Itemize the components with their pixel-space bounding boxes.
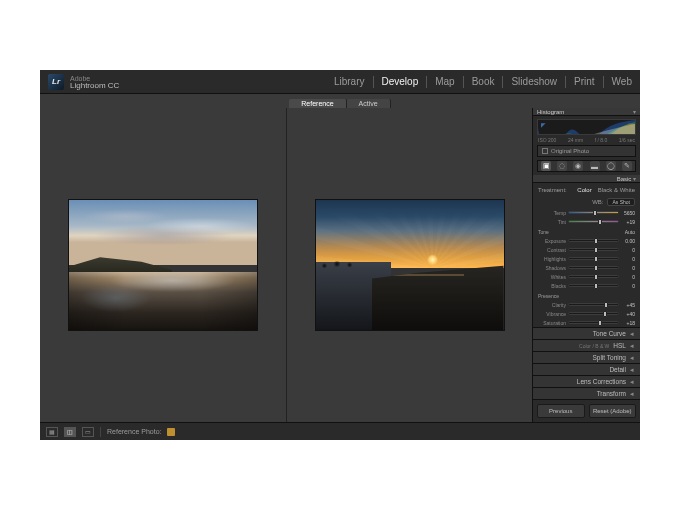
slider-track[interactable] (568, 312, 619, 315)
treatment-color[interactable]: Color (577, 187, 591, 193)
slider-track[interactable] (568, 266, 619, 269)
slider-value[interactable]: +45 (621, 302, 635, 308)
slider-value[interactable]: 5650 (621, 210, 635, 216)
history-buttons: Previous Reset (Adobe) (533, 399, 640, 422)
slider-knob[interactable] (598, 320, 602, 326)
slider-value[interactable]: +19 (621, 219, 635, 225)
auto-tone-button[interactable]: Auto (625, 229, 635, 235)
slider-knob[interactable] (603, 311, 607, 317)
slider-knob[interactable] (598, 219, 602, 225)
compare-tabs-row: Reference Active (40, 94, 640, 108)
view-reference-button[interactable]: ◫ (64, 427, 76, 437)
slider-track[interactable] (568, 257, 619, 260)
slider-value[interactable]: +40 (621, 311, 635, 317)
module-slideshow[interactable]: Slideshow (511, 76, 557, 88)
tone-label: Tone (538, 229, 549, 235)
tab-reference[interactable]: Reference (289, 99, 346, 108)
slider-shadows: Shadows0 (538, 263, 635, 272)
slider-label: Saturation (538, 320, 566, 326)
develop-right-panel: Histogram ▾ ◤ ◥ ISO 20024 mmf / 8.01/6 s… (532, 108, 640, 422)
radial-tool-icon[interactable]: ◯ (606, 161, 616, 171)
reference-photo-label: Reference Photo: (107, 428, 161, 435)
slider-track[interactable] (568, 303, 619, 306)
module-print[interactable]: Print (574, 76, 595, 88)
panel-transform[interactable]: Transform◂ (533, 387, 640, 399)
chevron-left-icon: ◂ (630, 330, 634, 338)
slider-value[interactable]: +18 (621, 320, 635, 326)
panel-detail[interactable]: Detail◂ (533, 363, 640, 375)
original-photo-row[interactable]: Original Photo (537, 145, 636, 157)
panel-lens-corrections[interactable]: Lens Corrections◂ (533, 375, 640, 387)
slider-value[interactable]: 0 (621, 283, 635, 289)
local-tools: ▣◌◉▬◯✎ (537, 160, 636, 172)
slider-knob[interactable] (594, 256, 598, 262)
module-book[interactable]: Book (472, 76, 495, 88)
slider-value[interactable]: 0.00 (621, 238, 635, 244)
wb-dropdown[interactable]: As Shot (607, 198, 635, 206)
slider-knob[interactable] (594, 247, 598, 253)
slider-label: Temp (538, 210, 566, 216)
histogram-meta: ISO 20024 mmf / 8.01/6 sec (533, 137, 640, 145)
slider-track[interactable] (568, 220, 619, 223)
slider-track[interactable] (568, 248, 619, 251)
slider-knob[interactable] (594, 265, 598, 271)
slider-saturation: Saturation+18 (538, 318, 635, 327)
module-map[interactable]: Map (435, 76, 454, 88)
slider-whites: Whites0 (538, 272, 635, 281)
slider-knob[interactable] (594, 283, 598, 289)
slider-track[interactable] (568, 211, 619, 214)
reference-swatch-icon[interactable] (167, 428, 175, 436)
slider-highlights: Highlights0 (538, 254, 635, 263)
reset-button[interactable]: Reset (Adobe) (589, 404, 637, 418)
active-pane[interactable] (286, 108, 532, 422)
histogram-header[interactable]: Histogram ▾ (533, 108, 640, 116)
slider-track[interactable] (568, 239, 619, 242)
module-web[interactable]: Web (612, 76, 632, 88)
slider-knob[interactable] (593, 210, 597, 216)
toolbar-bottom: ▦ ◫ ▭ Reference Photo: (40, 422, 640, 440)
grad-tool-icon[interactable]: ▬ (590, 161, 600, 171)
previous-button[interactable]: Previous (537, 404, 585, 418)
slider-track[interactable] (568, 275, 619, 278)
slider-knob[interactable] (594, 274, 598, 280)
panel-tone-curve[interactable]: Tone Curve◂ (533, 327, 640, 339)
slider-clarity: Clarity+45 (538, 300, 635, 309)
slider-knob[interactable] (604, 302, 608, 308)
brand-line2: Lightroom CC (70, 82, 119, 89)
top-bar: Lr Adobe Lightroom CC LibraryDevelopMapB… (40, 70, 640, 94)
slider-track[interactable] (568, 321, 619, 324)
slider-label: Vibrance (538, 311, 566, 317)
slider-label: Whites (538, 274, 566, 280)
slider-value[interactable]: 0 (621, 247, 635, 253)
view-loupe-button[interactable]: ▦ (46, 427, 58, 437)
module-develop[interactable]: Develop (382, 76, 419, 88)
slider-label: Tint (538, 219, 566, 225)
slider-value[interactable]: 0 (621, 265, 635, 271)
slider-temp: Temp5650 (538, 208, 635, 217)
slider-value[interactable]: 0 (621, 274, 635, 280)
basic-panel: Treatment: Color Black & White WB: As Sh… (533, 183, 640, 327)
histogram[interactable]: ◤ ◥ (537, 119, 636, 135)
module-library[interactable]: Library (334, 76, 365, 88)
slider-track[interactable] (568, 284, 619, 287)
redeye-tool-icon[interactable]: ◉ (573, 161, 583, 171)
slider-value[interactable]: 0 (621, 256, 635, 262)
reference-pane[interactable] (40, 108, 286, 422)
panel-hsl[interactable]: Color / B & WHSL◂ (533, 339, 640, 351)
presence-label: Presence (538, 293, 559, 299)
compare-viewer (40, 108, 532, 422)
crop-tool-icon[interactable]: ▣ (541, 161, 551, 171)
brush-tool-icon[interactable]: ✎ (622, 161, 632, 171)
chevron-left-icon: ◂ (630, 378, 634, 386)
module-picker: LibraryDevelopMapBookSlideshowPrintWeb (334, 76, 632, 88)
tab-active[interactable]: Active (347, 99, 391, 108)
slider-knob[interactable] (594, 238, 598, 244)
chevron-left-icon: ◂ (630, 390, 634, 398)
treatment-bw[interactable]: Black & White (598, 187, 635, 193)
basic-header[interactable]: Basic ▾ (533, 175, 640, 183)
spot-tool-icon[interactable]: ◌ (557, 161, 567, 171)
slider-tint: Tint+19 (538, 217, 635, 226)
panel-split-toning[interactable]: Split Toning◂ (533, 351, 640, 363)
view-before-after-button[interactable]: ▭ (82, 427, 94, 437)
checkbox-icon[interactable] (542, 148, 548, 154)
